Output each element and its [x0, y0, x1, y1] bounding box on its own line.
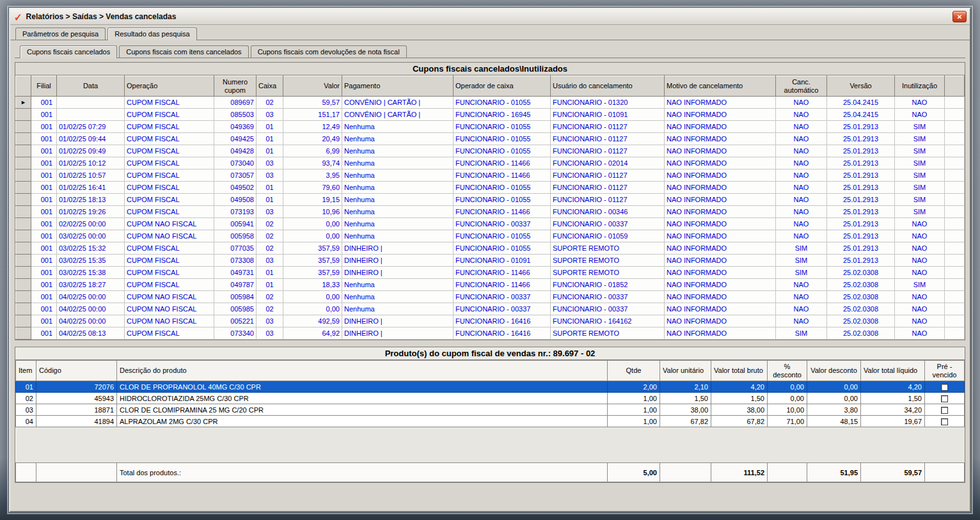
- cell-pagamento: Nenhuma: [342, 279, 454, 291]
- cell-operador-de-caixa: FUNCIONARIO - 11466: [454, 169, 551, 182]
- col-header-numero-cupom[interactable]: Numero cupom: [214, 76, 257, 97]
- pre-vencido-checkbox[interactable]: [941, 395, 948, 402]
- coupon-row[interactable]: 00102/02/25 00:00CUPOM NAO FISCAL0059410…: [16, 218, 965, 230]
- col-header-valor[interactable]: Valor: [283, 76, 342, 97]
- row-selector[interactable]: [16, 315, 31, 327]
- product-row[interactable]: 0441894ALPRAZOLAM 2MG C/30 CPR1,0067,826…: [16, 416, 965, 427]
- close-button[interactable]: ✕: [952, 11, 967, 22]
- row-selector[interactable]: [16, 303, 31, 315]
- row-selector[interactable]: [16, 291, 31, 303]
- coupon-row[interactable]: 00104/02/25 00:00CUPOM NAO FISCAL0059850…: [16, 303, 965, 315]
- pre-vencido-checkbox[interactable]: [941, 407, 948, 414]
- tab-resultado-das-pesquisa[interactable]: Resultado das pesquisa: [107, 28, 196, 40]
- row-selector[interactable]: [16, 194, 31, 206]
- coupon-row[interactable]: 00101/02/25 10:57CUPOM FISCAL073057033,9…: [16, 169, 965, 182]
- row-selector[interactable]: [16, 327, 31, 340]
- coupon-row[interactable]: 00101/02/25 09:49CUPOM FISCAL049428016,9…: [16, 145, 965, 157]
- col-header-qtde[interactable]: Qtde: [608, 361, 660, 381]
- cell-usuario-do-cancelamento: FUNCIONARIO - 01852: [551, 279, 665, 291]
- col-header-pre-vencido[interactable]: Pré - vencido: [925, 361, 965, 381]
- pre-vencido-checkbox[interactable]: [941, 384, 948, 391]
- pre-vencido-checkbox[interactable]: [941, 418, 948, 425]
- row-selector[interactable]: [16, 157, 31, 169]
- col-header-desconto[interactable]: % desconto: [768, 361, 807, 381]
- cell-descricao-do-produto: ALPRAZOLAM 2MG C/30 CPR: [117, 416, 608, 427]
- coupon-row[interactable]: 00101/02/25 07:29CUPOM FISCAL0493690112,…: [16, 121, 965, 133]
- col-header-valor-total-bruto[interactable]: Valor total bruto: [711, 361, 768, 381]
- col-header-codigo[interactable]: Código: [36, 361, 117, 381]
- cell-caixa: 03: [257, 157, 283, 169]
- coupon-row[interactable]: 00103/02/25 15:32CUPOM FISCAL07703502357…: [16, 242, 965, 255]
- row-selector[interactable]: [16, 218, 31, 230]
- col-header-valor-unitario[interactable]: Valor unitário: [660, 361, 711, 381]
- row-selector[interactable]: [16, 109, 31, 121]
- coupon-row[interactable]: 00101/02/25 18:13CUPOM FISCAL0495080119,…: [16, 194, 965, 206]
- cell-motivo-de-cancelamento: NAO INFORMADO: [665, 279, 776, 291]
- cell-valor: 357,59: [283, 242, 342, 255]
- col-header-inutilizacao[interactable]: Inutilização: [895, 76, 945, 97]
- row-selector[interactable]: [16, 121, 31, 133]
- coupon-row[interactable]: 00103/02/25 18:27CUPOM FISCAL0497870118,…: [16, 279, 965, 291]
- col-header-operador-de-caixa[interactable]: Operador de caixa: [454, 76, 551, 97]
- cell-numero-cupom: 005985: [214, 303, 257, 315]
- row-selector[interactable]: [16, 133, 31, 145]
- coupon-row[interactable]: 00103/02/25 15:35CUPOM FISCAL07330803357…: [16, 255, 965, 267]
- cell-valor-desconto: 3,80: [807, 404, 861, 416]
- coupon-row[interactable]: 00101/02/25 19:26CUPOM FISCAL0731930310,…: [16, 206, 965, 218]
- coupon-row[interactable]: 00101/02/25 16:41CUPOM FISCAL0495020179,…: [16, 182, 965, 194]
- row-selector[interactable]: [16, 169, 31, 182]
- cell-valor-total-bruto: 4,20: [711, 381, 768, 393]
- coupon-row[interactable]: 00101/02/25 09:44CUPOM FISCAL0494250120,…: [16, 133, 965, 145]
- col-header-pagamento[interactable]: Pagamento: [342, 76, 454, 97]
- cell-data: 01/02/25 07:29: [57, 121, 125, 133]
- row-selector[interactable]: [16, 267, 31, 279]
- coupon-row[interactable]: 00104/02/25 00:00CUPOM NAO FISCAL0059840…: [16, 291, 965, 303]
- coupon-row[interactable]: 001CUPOM FISCAL08550303151,17CONVÊNIO | …: [16, 109, 965, 121]
- col-header-data[interactable]: Data: [57, 76, 125, 97]
- cell-pagamento: DINHEIRO |: [342, 242, 454, 255]
- product-row[interactable]: 0318871CLOR DE CLOMIPRAMINA 25 MG C/20 C…: [16, 404, 965, 416]
- col-header-canc-automatico[interactable]: Canc. automático: [776, 76, 827, 97]
- row-selector[interactable]: [16, 182, 31, 194]
- col-header-versao[interactable]: Versão: [827, 76, 895, 97]
- col-header-usuario-do-cancelamento[interactable]: Usuário do cancelamento: [551, 76, 665, 97]
- product-row[interactable]: 0172076CLOR DE PROPRANOLOL 40MG C/30 CPR…: [16, 381, 965, 393]
- subtab-cupons-fiscais-com-devolucoes-de-nota-fiscal[interactable]: Cupons fiscais com devoluções de nota fi…: [251, 45, 407, 58]
- cell-canc-automatico: SIM: [776, 327, 827, 340]
- total-liquido: 59,57: [861, 463, 925, 482]
- coupon-row[interactable]: 00103/02/25 00:00CUPOM NAO FISCAL0059580…: [16, 230, 965, 242]
- col-header-valor-desconto[interactable]: Valor desconto: [807, 361, 861, 381]
- col-header-valor-total-liquido[interactable]: Valor total líquido: [861, 361, 925, 381]
- tab-parametros-de-pesquisa[interactable]: Parâmetros de pesquisa: [15, 28, 106, 40]
- cell-pagamento: Nenhuma: [342, 182, 454, 194]
- coupon-row[interactable]: 00104/02/25 08:13CUPOM FISCAL0733400364,…: [16, 327, 965, 340]
- col-header-motivo-de-cancelamento[interactable]: Motivo de cancelamento: [665, 76, 776, 97]
- cell-inutilizacao: NAO: [895, 242, 945, 255]
- row-selector[interactable]: [16, 206, 31, 218]
- product-row[interactable]: 0245943HIDROCLOROTIAZIDA 25MG C/30 CPR1,…: [16, 393, 965, 404]
- col-header-operacao[interactable]: Operação: [125, 76, 214, 97]
- row-selector[interactable]: [16, 255, 31, 267]
- cell-filial: 001: [31, 121, 57, 133]
- row-selector[interactable]: [16, 242, 31, 255]
- subtab-cupons-fiscais-cancelados[interactable]: Cupons fiscais cancelados: [20, 45, 117, 58]
- row-selector[interactable]: ►: [16, 97, 31, 109]
- col-header-filial[interactable]: Filial: [31, 76, 57, 97]
- cell-item: 01: [16, 381, 36, 393]
- row-selector[interactable]: [16, 230, 31, 242]
- cell-usuario-do-cancelamento: FUNCIONARIO - 01127: [551, 182, 665, 194]
- subtab-cupons-fiscais-com-itens-cancelados[interactable]: Cupons fiscais com itens cancelados: [119, 45, 248, 58]
- coupon-row[interactable]: 00104/02/25 00:00CUPOM NAO FISCAL0052210…: [16, 315, 965, 327]
- cell-versao: 25.01.2913: [827, 182, 895, 194]
- row-selector[interactable]: [16, 145, 31, 157]
- col-header-item[interactable]: Item: [16, 361, 36, 381]
- coupon-row[interactable]: ►001CUPOM FISCAL0896970259,57CONVÊNIO | …: [16, 97, 965, 109]
- coupon-row[interactable]: 00103/02/25 15:38CUPOM FISCAL04973101357…: [16, 267, 965, 279]
- coupon-row[interactable]: 00101/02/25 10:12CUPOM FISCAL0730400393,…: [16, 157, 965, 169]
- cell-usuario-do-cancelamento: SUPORTE REMOTO: [551, 242, 665, 255]
- cell-motivo-de-cancelamento: NAO INFORMADO: [665, 109, 776, 121]
- row-selector[interactable]: [16, 279, 31, 291]
- col-header-caixa[interactable]: Caixa: [257, 76, 283, 97]
- cell-numero-cupom: 049731: [214, 267, 257, 279]
- col-header-descricao-do-produto[interactable]: Descrição do produto: [117, 361, 608, 381]
